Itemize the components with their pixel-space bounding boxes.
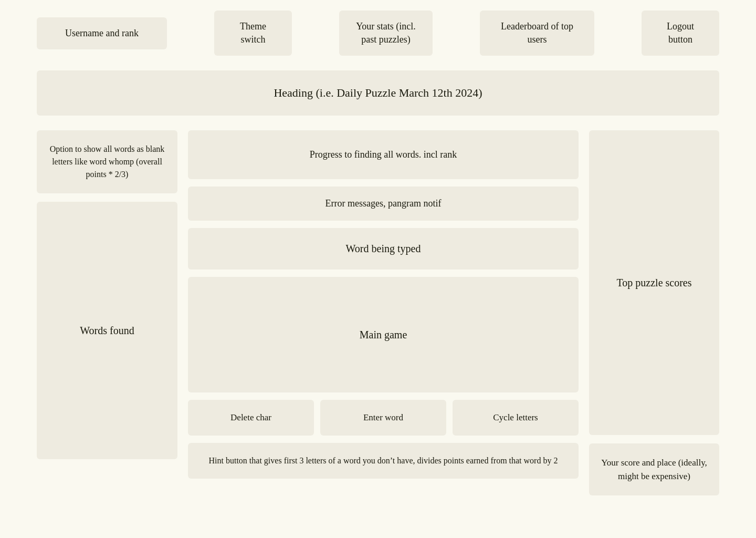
cycle-letters-label: Cycle letters — [493, 412, 538, 422]
your-score-label: Your score and place (ideally, might be … — [601, 458, 707, 481]
word-typed-label: Word being typed — [346, 243, 421, 254]
username-rank[interactable]: Username and rank — [37, 17, 167, 49]
option-show-words[interactable]: Option to show all words as blank letter… — [37, 130, 177, 193]
your-score-place: Your score and place (ideally, might be … — [589, 443, 719, 495]
logout-button[interactable]: Logout button — [642, 11, 719, 56]
your-stats[interactable]: Your stats (incl. past puzzles) — [339, 11, 433, 56]
center-panel: Progress to finding all words. incl rank… — [188, 130, 579, 479]
cycle-letters-button[interactable]: Cycle letters — [453, 400, 579, 436]
theme-switch-label: Theme switch — [240, 21, 266, 45]
error-messages: Error messages, pangram notif — [188, 187, 579, 221]
page-heading: Heading (i.e. Daily Puzzle March 12th 20… — [37, 70, 719, 116]
delete-char-button[interactable]: Delete char — [188, 400, 314, 436]
action-buttons: Delete char Enter word Cycle letters — [188, 400, 579, 436]
word-being-typed: Word being typed — [188, 228, 579, 270]
heading-text: Heading (i.e. Daily Puzzle March 12th 20… — [274, 86, 482, 99]
left-panel: Option to show all words as blank letter… — [37, 130, 177, 459]
hint-button[interactable]: Hint button that gives first 3 letters o… — [188, 443, 579, 479]
top-scores-label: Top puzzle scores — [617, 277, 692, 289]
words-found: Words found — [37, 202, 177, 459]
words-found-label: Words found — [80, 325, 134, 337]
nav-bar: Username and rank Theme switch Your stat… — [37, 11, 719, 56]
error-messages-label: Error messages, pangram notif — [326, 198, 442, 209]
leaderboard-label: Leaderboard of top users — [501, 21, 573, 45]
delete-char-label: Delete char — [230, 412, 271, 422]
main-game[interactable]: Main game — [188, 277, 579, 392]
leaderboard[interactable]: Leaderboard of top users — [480, 11, 594, 56]
hint-label: Hint button that gives first 3 letters o… — [209, 456, 558, 465]
option-show-words-label: Option to show all words as blank letter… — [50, 144, 165, 179]
logout-label: Logout button — [667, 21, 694, 45]
theme-switch[interactable]: Theme switch — [214, 11, 292, 56]
main-game-label: Main game — [360, 329, 407, 341]
username-rank-label: Username and rank — [65, 28, 139, 38]
main-layout: Option to show all words as blank letter… — [37, 130, 719, 495]
right-panel: Top puzzle scores Your score and place (… — [589, 130, 719, 495]
progress-label: Progress to finding all words. incl rank — [310, 149, 457, 160]
top-puzzle-scores: Top puzzle scores — [589, 130, 719, 435]
enter-word-button[interactable]: Enter word — [320, 400, 446, 436]
progress-bar: Progress to finding all words. incl rank — [188, 130, 579, 179]
enter-word-label: Enter word — [363, 412, 403, 422]
your-stats-label: Your stats (incl. past puzzles) — [356, 21, 416, 45]
